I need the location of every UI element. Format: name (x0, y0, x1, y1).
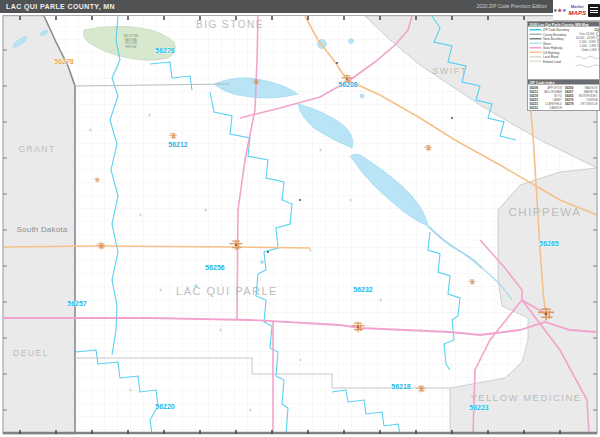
legend-line-swatches: ZIP Code Boundary County Boundary State … (530, 28, 570, 71)
zip-label-56232: 56232 (353, 286, 373, 293)
zip-index-panel: ZIP Code Index 56208APPLETON 56212BELLIN… (527, 79, 600, 111)
zip-label-56256: 56256 (205, 264, 225, 271)
brand-name: Market MAPS (569, 4, 586, 16)
zip-label-56276: 56276 (155, 47, 175, 54)
zip-index-row: 56223CLARKFIELD (530, 102, 563, 106)
legend-swatch (530, 61, 542, 63)
zip-label-56208: 56208 (338, 81, 358, 88)
zip-label-56265: 56265 (539, 240, 559, 247)
county-label-lac-qui-parle: LAC QUI PARLE (176, 285, 278, 297)
zip-index-left-column: 56208APPLETON 56212BELLINGHAM 56218BOYD … (530, 86, 563, 110)
state-label-south-dakota: South Dakota (17, 225, 68, 234)
legend-swatch (530, 47, 542, 49)
county-label-chippewa: CHIPPEWA (509, 206, 582, 218)
city-size-icon (597, 36, 600, 40)
map-page: { "title_bar": { "title": "LAC QUI PARLE… (0, 0, 600, 437)
zip-label-56218: 56218 (391, 383, 411, 390)
svg-text:WILDLIFE: WILDLIFE (125, 41, 137, 45)
road-style-samples (571, 53, 600, 71)
page-title: LAC QUI PARLE COUNTY, MN (6, 0, 115, 13)
zip-label-56223: 56223 (469, 404, 489, 411)
zip-index-right-column: 56256MADISON 56257MARIETTA 56265MONTEVID… (565, 86, 598, 110)
svg-text:REFUGE: REFUGE (126, 45, 137, 49)
legend-city-header: City (571, 28, 600, 32)
legend-header: 2020 Lac Qui Parle County, MN Map (528, 22, 599, 27)
brand-logo: ★★★ Market MAPS (553, 0, 600, 21)
legend-swatch (530, 43, 542, 45)
county-label-deuel: DEUEL (13, 348, 49, 358)
legend-swatch (530, 29, 542, 31)
zip-label-56220: 56220 (155, 403, 175, 410)
svg-text:NATIONAL: NATIONAL (125, 38, 138, 42)
legend-swatch (530, 56, 542, 58)
brand-info-box (588, 4, 600, 17)
legend-swatch (530, 38, 542, 40)
edition-label: 2020 ZIP Code Premium Edition (477, 1, 547, 12)
zip-index-row: 56212BELLINGHAM (530, 90, 563, 94)
legend-city-classes: City Over 25,000 10,000 - 24,999 2,500 -… (571, 28, 600, 71)
legend-panel: 2020 Lac Qui Parle County, MN Map ZIP Co… (527, 21, 600, 80)
zip-label-56257: 56257 (67, 300, 87, 307)
legend-swatch (530, 52, 542, 54)
map-canvas: BIG STONE SWIFT GRANT CHIPPEWA DEUEL YEL… (0, 0, 600, 437)
refuge-label: BIG STONE NATIONAL WILDLIFE REFUGE (124, 34, 138, 49)
title-bar: LAC QUI PARLE COUNTY, MN 2020 ZIP Code P… (0, 0, 553, 13)
brand-stars-icon: ★★★ (553, 8, 566, 13)
zip-label-56212: 56212 (168, 141, 188, 148)
zip-index-row: 56278ORTONVILLE (565, 102, 598, 106)
zip-index-row: 56232DAWSON (530, 106, 563, 110)
svg-text:BIG STONE: BIG STONE (124, 34, 138, 38)
county-label-yellow-medicine: YELLOW MEDICINE (470, 392, 581, 403)
county-label-grant: GRANT (18, 144, 55, 154)
county-label-swift: SWIFT (432, 66, 468, 76)
legend-swatch (530, 34, 542, 36)
zip-index-row: 56265MONTEVIDEO (565, 94, 598, 98)
zip-label-56278: 56278 (54, 58, 74, 65)
county-label-big-stone: BIG STONE (196, 19, 264, 30)
